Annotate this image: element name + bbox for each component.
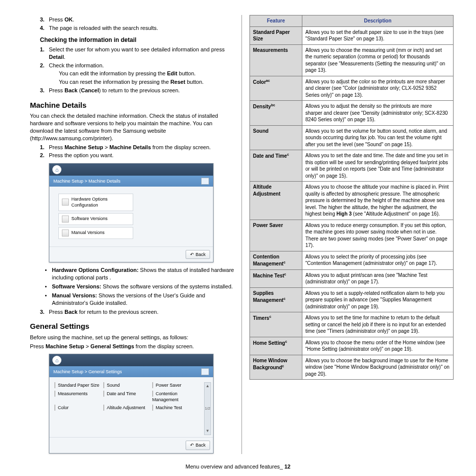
feature-name: Home Settingc bbox=[250, 337, 302, 355]
feature-name: Standard Paper Size bbox=[250, 26, 302, 44]
feature-desc: Allows you to set the date and time. The… bbox=[302, 150, 454, 182]
feature-desc: Allows you to set the time for machine t… bbox=[302, 312, 454, 337]
feature-desc: Allows you to select the priority of pro… bbox=[302, 251, 454, 269]
menu-item[interactable]: Manual Versions bbox=[58, 227, 133, 239]
home-icon[interactable]: ⌂ bbox=[52, 356, 61, 365]
feature-desc: Allows you to adjust the density so the … bbox=[302, 101, 454, 126]
screenshot-general-settings: ⌂ Machine Setup > General Settings Stand… bbox=[49, 354, 214, 453]
menu-item[interactable]: Contention Management bbox=[152, 391, 199, 403]
scrollbar[interactable]: ▲1/2▼ bbox=[204, 382, 211, 435]
screenshot-machine-details: ⌂ Machine Setup > Machine Details Hardwa… bbox=[49, 163, 214, 262]
menu-item[interactable]: Software Versions bbox=[58, 213, 133, 225]
login-icon[interactable] bbox=[201, 178, 209, 185]
feature-desc: Allows you to choose the altitude your m… bbox=[302, 182, 454, 220]
heading-machine-details: Machine Details bbox=[30, 100, 234, 110]
right-column: FeatureDescription Standard Paper SizeAl… bbox=[242, 15, 454, 454]
page-indicator: 1/2 bbox=[205, 406, 210, 412]
scroll-down-icon[interactable]: ▼ bbox=[206, 428, 210, 435]
feature-desc: Allows you to set a supply-related notif… bbox=[302, 287, 454, 312]
feature-desc: Allows you to adjust the color so the pr… bbox=[302, 76, 454, 101]
back-button[interactable]: ↶Back bbox=[186, 441, 210, 450]
menu-item[interactable]: Measurements bbox=[54, 391, 101, 403]
menu-item[interactable]: Altitude Adjustment bbox=[103, 405, 150, 411]
menu-item[interactable]: Hardware Options Configuration bbox=[58, 194, 133, 211]
feature-name: Date and Timec bbox=[250, 150, 302, 182]
th-description: Description bbox=[302, 15, 454, 27]
back-arrow-icon: ↶ bbox=[190, 251, 194, 257]
subheading-checking: Checking the information in detail bbox=[40, 36, 234, 44]
feature-name: Power Saver bbox=[250, 220, 302, 251]
page-footer: Menu overview and advanced features_ 12 bbox=[0, 459, 476, 471]
feature-desc: Allows you to adjust print/scan area (se… bbox=[302, 269, 454, 287]
feature-name: Supplies Managementc bbox=[250, 287, 302, 312]
feature-name: Sound bbox=[250, 125, 302, 150]
menu-item[interactable]: Power Saver bbox=[152, 382, 199, 388]
feature-desc: Allows you to set the default paper size… bbox=[302, 26, 454, 44]
th-feature: Feature bbox=[250, 15, 302, 27]
feature-desc: Allows you to choose the background imag… bbox=[302, 355, 454, 380]
back-arrow-icon: ↶ bbox=[190, 442, 194, 448]
menu-item[interactable]: Machine Test bbox=[152, 405, 199, 411]
gs-para1: Before using the machine, set up the gen… bbox=[30, 334, 234, 341]
feature-name: Measurements bbox=[250, 44, 302, 76]
menu-item[interactable]: Color bbox=[54, 405, 101, 411]
feature-name: Timersc bbox=[250, 312, 302, 337]
feature-name: Home Window Backgroundc bbox=[250, 355, 302, 380]
menu-item[interactable]: Standard Paper Size bbox=[54, 382, 101, 388]
breadcrumb: Machine Setup > General Settings bbox=[53, 369, 122, 375]
feature-name: Altitude Adjustment bbox=[250, 182, 302, 220]
feature-desc: Allows you to reduce energy consumption.… bbox=[302, 220, 454, 251]
home-icon[interactable]: ⌂ bbox=[52, 165, 61, 174]
gs-para2: Press Machine Setup > General Settings f… bbox=[30, 343, 234, 350]
breadcrumb: Machine Setup > Machine Details bbox=[53, 178, 120, 184]
feature-desc: Allows you to choose the measuring unit … bbox=[302, 44, 454, 76]
back-button[interactable]: ↶Back bbox=[186, 250, 210, 259]
scroll-up-icon[interactable]: ▲ bbox=[206, 383, 210, 390]
feature-desc: Allows you to choose the menu order of t… bbox=[302, 337, 454, 355]
feature-name: Colorac bbox=[250, 76, 302, 101]
feature-name: Densitybc bbox=[250, 101, 302, 126]
feature-name: Contention Managementc bbox=[250, 251, 302, 269]
menu-item[interactable]: Sound bbox=[103, 382, 150, 388]
feature-desc: Allows you to set the volume for button … bbox=[302, 125, 454, 150]
heading-general-settings: General Settings bbox=[30, 321, 234, 331]
login-icon[interactable] bbox=[201, 368, 209, 375]
md-paragraph: You can check the detailed machine infor… bbox=[30, 112, 234, 142]
menu-item[interactable]: Date and Time bbox=[103, 391, 150, 403]
left-column: 3.Press OK.4.The page is reloaded with t… bbox=[30, 15, 242, 454]
feature-name: Machine Testc bbox=[250, 269, 302, 287]
feature-table: FeatureDescription Standard Paper SizeAl… bbox=[249, 15, 454, 380]
